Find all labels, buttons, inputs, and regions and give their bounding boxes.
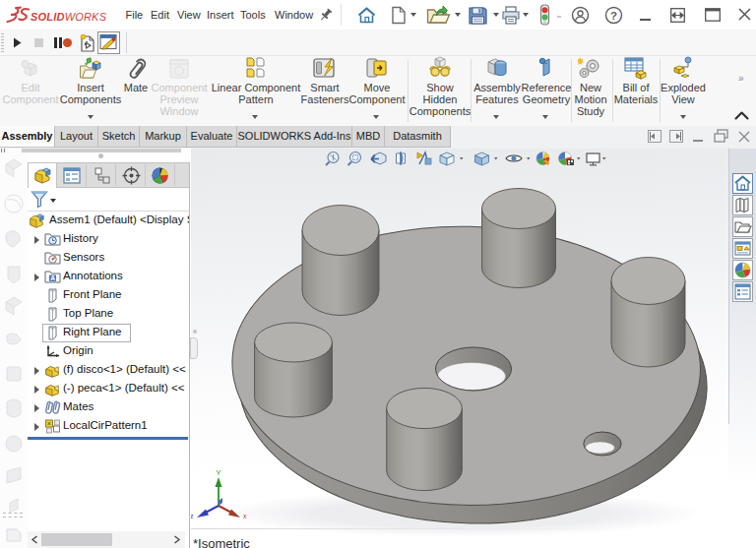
svg-text:x: x [243,513,247,519]
svg-text:?: ? [610,10,617,22]
svg-text:SOLIDWORKS: SOLIDWORKS [31,11,107,23]
svg-text:A: A [50,274,55,281]
svg-text:z: z [191,513,194,519]
svg-text:Y: Y [216,468,221,477]
